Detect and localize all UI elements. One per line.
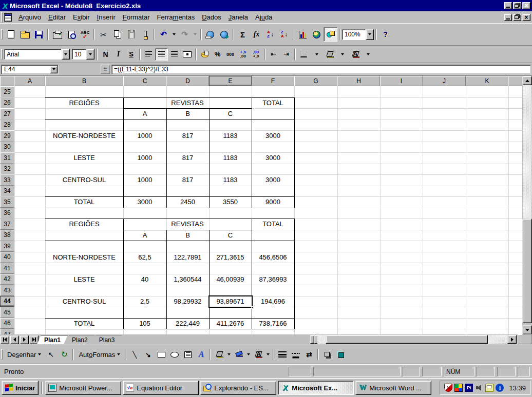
cell-E27[interactable]: C	[209, 108, 252, 120]
cell-C38[interactable]: A	[123, 230, 166, 241]
font-color-button[interactable]: A	[349, 48, 362, 61]
print-button[interactable]	[50, 27, 64, 42]
column-header-A[interactable]: A	[14, 76, 45, 86]
zoom-dropdown[interactable]	[366, 29, 374, 40]
cell-B37[interactable]: REGIÕES	[45, 219, 123, 230]
scheduler-tray-icon[interactable]	[454, 384, 463, 392]
select-objects-button[interactable]: ↖	[44, 348, 58, 361]
font-color-button[interactable]: A	[252, 348, 265, 361]
cell-C29[interactable]: 1000	[123, 130, 166, 142]
cut-button[interactable]: ✂	[97, 27, 110, 42]
row-header-44[interactable]: 44	[0, 296, 14, 307]
comma-style-button[interactable]: 000	[224, 48, 237, 61]
cell-F37[interactable]: TOTAL	[252, 219, 294, 230]
increase-decimal-button[interactable]: +,0,00	[237, 48, 250, 61]
text-box-button[interactable]	[181, 348, 195, 361]
menu-formatar[interactable]: Formatar	[119, 12, 154, 23]
cell-D35[interactable]: 2450	[166, 196, 209, 208]
toolbar-grip[interactable]	[1, 349, 3, 360]
row-header-47[interactable]: 47	[0, 329, 14, 334]
row-header-29[interactable]: 29	[0, 130, 14, 142]
menu-ajuda[interactable]: Ajuda	[252, 12, 276, 23]
cell-D42[interactable]: 1,360544	[166, 274, 209, 285]
cell-E29[interactable]: 1183	[209, 130, 252, 142]
currency-style-button[interactable]	[198, 48, 211, 61]
select-all-corner[interactable]	[0, 76, 14, 86]
font-size-dropdown[interactable]	[86, 49, 94, 59]
menu-janela[interactable]: Janela	[225, 12, 252, 23]
cell-D27[interactable]: B	[166, 108, 209, 120]
antivirus-tray-icon[interactable]: V	[444, 384, 452, 392]
row-header-46[interactable]: 46	[0, 318, 14, 329]
rectangle-button[interactable]	[155, 348, 168, 361]
row-header-31[interactable]: 31	[0, 152, 14, 164]
hscroll-thumb[interactable]	[326, 335, 488, 344]
column-header-E[interactable]: E	[209, 76, 252, 86]
cell-B26[interactable]: REGIÕES	[45, 97, 123, 109]
column-header-G[interactable]: G	[294, 76, 337, 86]
cell-F26[interactable]: TOTAL	[252, 97, 294, 109]
cell-B42[interactable]: LESTE	[45, 274, 123, 285]
cell-C40[interactable]: 62,5	[123, 252, 166, 263]
autosum-button[interactable]: Σ	[236, 27, 250, 42]
line-button[interactable]: ╲	[128, 348, 141, 361]
cell-E35[interactable]: 3550	[209, 196, 252, 208]
prev-sheet-button[interactable]	[10, 335, 19, 344]
task-button-powerpoint[interactable]: Microsoft Power...	[45, 381, 121, 395]
font-name-combo[interactable]: Arial	[4, 49, 70, 59]
cell-D38[interactable]: B	[166, 230, 209, 241]
cell-E42[interactable]: 46,00939	[209, 274, 252, 285]
cell-D29[interactable]: 817	[166, 130, 209, 142]
volume-tray-icon[interactable]	[475, 384, 483, 392]
increase-indent-button[interactable]: ⇥	[280, 48, 293, 61]
cell-F35[interactable]: 9000	[252, 196, 294, 208]
sheet-tab-plan3[interactable]: Plan3	[92, 335, 122, 344]
font-name-dropdown[interactable]	[62, 49, 70, 59]
start-button[interactable]: Iniciar	[2, 381, 39, 395]
window-resize-corner[interactable]	[518, 334, 532, 344]
arrow-style-button[interactable]: ⇄	[302, 348, 316, 361]
line-color-dropdown[interactable]	[245, 348, 252, 361]
redo-dropdown[interactable]	[192, 27, 199, 42]
last-sheet-button[interactable]	[29, 335, 39, 344]
underline-button[interactable]: S	[125, 48, 138, 61]
column-header-F[interactable]: F	[252, 76, 294, 86]
align-center-button[interactable]	[155, 48, 168, 61]
copy-button[interactable]	[110, 27, 124, 42]
cell-E40[interactable]: 271,3615	[209, 252, 252, 263]
oval-button[interactable]	[168, 348, 181, 361]
cell-E31[interactable]: 1183	[209, 152, 252, 164]
cell-F29[interactable]: 3000	[252, 130, 294, 142]
wordart-button[interactable]: A	[195, 348, 208, 361]
3d-button[interactable]	[334, 348, 347, 361]
cell-C42[interactable]: 40	[123, 274, 166, 285]
font-color-dropdown[interactable]	[265, 348, 271, 361]
zoom-combo[interactable]: 100%	[342, 29, 374, 40]
name-box-dropdown[interactable]	[50, 66, 58, 73]
italic-button[interactable]: I	[112, 48, 125, 61]
align-left-button[interactable]	[142, 48, 155, 61]
sheet-tab-plan2[interactable]: Plan2	[65, 335, 95, 344]
menu-arquivo[interactable]: Arquivo	[15, 12, 45, 23]
sheet-close-button[interactable]: ×	[522, 14, 530, 21]
cell-B46[interactable]: TOTAL	[45, 318, 123, 329]
cell-C46[interactable]: 105	[123, 318, 166, 329]
draw-menu-button[interactable]: Desenhar	[4, 348, 44, 361]
undo-dropdown[interactable]	[170, 27, 178, 42]
insert-hyperlink-button[interactable]	[203, 27, 217, 42]
paste-button[interactable]	[124, 27, 138, 42]
edit-formula-button[interactable]: =	[101, 65, 110, 74]
row-header-34[interactable]: 34	[0, 186, 14, 197]
column-header-I[interactable]: I	[380, 76, 423, 86]
row-header-45[interactable]: 45	[0, 307, 14, 318]
menu-dados[interactable]: Dados	[198, 12, 225, 23]
autoshapes-menu-button[interactable]: AutoFormas	[75, 348, 123, 361]
free-rotate-button[interactable]: ↻	[58, 348, 71, 361]
chart-wizard-button[interactable]	[296, 27, 310, 42]
cell-C35[interactable]: 3000	[123, 196, 166, 208]
cell-F42[interactable]: 87,36993	[252, 274, 294, 285]
cell-E38[interactable]: C	[209, 230, 252, 241]
print-preview-button[interactable]	[64, 27, 78, 42]
percent-style-button[interactable]: %	[211, 48, 224, 61]
bold-button[interactable]: N	[99, 48, 112, 61]
